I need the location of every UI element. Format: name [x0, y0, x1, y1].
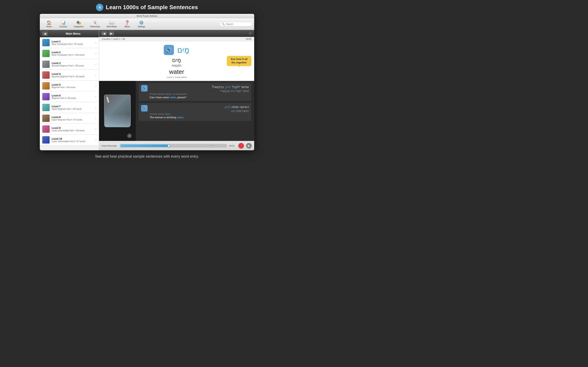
back-button[interactable]: ◀	[42, 32, 48, 36]
level-arrow-10: ›	[95, 138, 96, 142]
sidebar-level-item-5[interactable]: Level 5 Beginner Part I • 96 words ›	[40, 81, 99, 91]
level-desc-3: Absolute Beginner Part I • 89 words	[52, 65, 93, 67]
categories-icon: 🎭	[76, 20, 81, 25]
level-name-1: Level 1	[52, 40, 93, 43]
level-arrow-6: ›	[95, 95, 96, 98]
nav-flashcards[interactable]: 🃏 Flashcards	[87, 19, 103, 29]
play-button[interactable]: ▶	[246, 143, 252, 149]
sidebar-level-item-9[interactable]: Level 9 Lower Intermediate Part I • 98 w…	[40, 124, 99, 134]
search-icon: 🔍	[222, 23, 225, 25]
nav-courses[interactable]: 📊 Courses	[56, 19, 70, 29]
content-area: ◀ ▶ ☆ Courses > Level 1 > All 42/46 🔊 מַ…	[99, 30, 254, 150]
prev-button[interactable]: ◀	[102, 31, 107, 35]
favorite-button[interactable]: ☆	[249, 31, 252, 36]
sentences-area: + 🔊 אפשר לקבל מים, בבקשה? אֶפְשַׁר לְקַב…	[99, 81, 254, 141]
level-desc-2: Basic Vocabulary Part II • 100 words	[52, 54, 93, 56]
level-desc-5: Beginner Part I • 96 words	[52, 86, 93, 89]
nav-wordbank-label: Word Bank	[107, 25, 117, 28]
sidebar-level-item-7[interactable]: Level 7 Upper Beginner Part I • 90 words…	[40, 102, 99, 113]
level-thumb-6	[42, 93, 50, 100]
sentence-english-2: The woman is drinking water.	[150, 116, 249, 119]
recorder-progress-bar[interactable]: 〰〰	[120, 144, 227, 148]
record-button[interactable]	[238, 143, 244, 149]
sidebar-header: ◀ Main Menu	[40, 30, 99, 37]
level-desc-7: Upper Beginner Part I • 90 words	[52, 108, 93, 110]
sentence-content-2: האישה שותה מים. הָאִשָּׁה שׁוֹתָה מַיִם.…	[150, 105, 249, 119]
sentence-content-1: אפשר לקבל מים, בבקשה? אֶפְשַׁר לְקַבֵּל …	[150, 85, 249, 99]
speaker-button[interactable]: 🔊	[164, 45, 174, 55]
sentence-translit-highlight: mayim	[165, 93, 172, 95]
sentence-english-1: Can I have some water, please?	[150, 96, 249, 99]
nav-home[interactable]: 🏠 Home	[42, 19, 56, 29]
content-toolbar: ◀ ▶ ☆	[99, 30, 254, 37]
level-info-1: Level 1 Basic Vocabulary Part I • 87 wor…	[52, 40, 93, 45]
level-thumb-7	[42, 104, 50, 111]
banner-title: Learn 1000s of Sample Sentences	[106, 4, 198, 11]
bottom-caption: See and hear practical sample sentences …	[0, 150, 294, 161]
image-panel: +	[99, 81, 136, 141]
sentence-english-highlight: water	[177, 116, 183, 119]
sidebar-level-item-2[interactable]: Level 2 Basic Vocabulary Part II • 100 w…	[40, 48, 99, 59]
tooltip-bubble: See how it all fits together	[227, 56, 251, 66]
level-info-3: Level 3 Absolute Beginner Part I • 89 wo…	[52, 62, 93, 67]
level-arrow-5: ›	[95, 84, 96, 87]
sentence-highlight: מים	[225, 105, 230, 109]
nav-categories-label: Categories	[74, 25, 84, 28]
search-bar[interactable]: 🔍	[219, 22, 252, 26]
sidebar-level-item-6[interactable]: Level 6 Beginner Part II • 99 words ›	[40, 91, 99, 102]
recorder-label: Voice Recorder	[102, 145, 118, 147]
window-title: Word Power Hebrew	[137, 15, 157, 17]
sentence-speaker-2[interactable]: 🔊	[141, 105, 148, 111]
nav-bar: 🏠 Home 📊 Courses 🎭 Categories 🃏 Flashcar…	[40, 18, 254, 30]
breadcrumb-bar: Courses > Level 1 > All 42/46	[99, 37, 254, 41]
nav-wordbank[interactable]: 📖 Word Bank	[103, 19, 120, 29]
level-name-6: Level 6	[52, 94, 93, 97]
level-arrow-9: ›	[95, 127, 96, 131]
bottom-caption-text: See and hear practical sample sentences …	[95, 154, 199, 158]
level-info-6: Level 6 Beginner Part II • 99 words	[52, 94, 93, 99]
level-info-2: Level 2 Basic Vocabulary Part II • 100 w…	[52, 51, 93, 56]
hebrew-word-vowel: מַיִם	[172, 57, 181, 63]
level-info-4: Level 4 Absolute Beginner Part II • 82 w…	[52, 72, 93, 78]
level-info-7: Level 7 Upper Beginner Part I • 90 words	[52, 105, 93, 110]
level-info-10: Level 10 Lower Intermediate Part II • 97…	[52, 137, 93, 142]
level-thumb-10	[42, 136, 50, 143]
sidebar-level-item-1[interactable]: Level 1 Basic Vocabulary Part I • 87 wor…	[40, 37, 99, 48]
level-arrow-7: ›	[95, 106, 96, 109]
nav-about-label: About	[124, 25, 130, 28]
sidebar-level-item-3[interactable]: Level 3 Absolute Beginner Part I • 89 wo…	[40, 59, 99, 70]
level-thumb-9	[42, 125, 50, 133]
nav-flashcards-label: Flashcards	[90, 25, 100, 28]
water-glass-image	[104, 95, 131, 127]
level-name-5: Level 5	[52, 83, 93, 86]
level-info-5: Level 5 Beginner Part I • 96 words	[52, 83, 93, 89]
level-name-8: Level 8	[52, 116, 93, 119]
transliteration: mayim	[172, 64, 181, 67]
recorder-time: 00:31	[229, 145, 236, 147]
nav-categories[interactable]: 🎭 Categories	[70, 19, 87, 29]
flashcard-main: 🔊 מַיִם מַיִם mayim water noun | masculi…	[99, 41, 254, 150]
courses-icon: 📊	[61, 20, 66, 25]
nav-settings[interactable]: ⚙️ Settings	[134, 19, 149, 29]
sentence-hebrew-small-1: אֶפְשַׁר לְקַבֵּל מַיִם, בְּבַקָּשָׁה?	[150, 90, 249, 92]
sidebar-title: Main Menu	[50, 32, 96, 35]
level-name-10: Level 10	[52, 137, 93, 140]
hebrew-word-large: מַיִם	[177, 45, 190, 54]
sidebar-level-item-10[interactable]: Level 10 Lower Intermediate Part II • 97…	[40, 134, 99, 145]
word-display: 🔊 מַיִם מַיִם mayim water noun | masculi…	[99, 41, 254, 81]
zoom-button[interactable]: +	[127, 133, 132, 138]
level-arrow-4: ›	[95, 73, 96, 77]
app-window: Word Power Hebrew 🏠 Home 📊 Courses 🎭 Cat…	[40, 14, 254, 150]
nav-about[interactable]: ❓ About	[120, 19, 134, 29]
sidebar-level-item-4[interactable]: Level 4 Absolute Beginner Part II • 82 w…	[40, 70, 99, 81]
sentence-speaker-1[interactable]: 🔊	[141, 85, 148, 92]
page-count: 42/46	[246, 38, 251, 40]
search-input[interactable]	[226, 23, 250, 25]
top-banner: 4 Learn 1000s of Sample Sentences	[0, 0, 294, 14]
level-name-7: Level 7	[52, 105, 93, 108]
next-button[interactable]: ▶	[109, 31, 114, 35]
level-thumb-5	[42, 82, 50, 90]
level-info-9: Level 9 Lower Intermediate Part I • 98 w…	[52, 126, 93, 132]
sidebar-level-item-8[interactable]: Level 8 Upper Beginner Part II • 97 word…	[40, 113, 99, 124]
wordbank-icon: 📖	[109, 20, 114, 25]
